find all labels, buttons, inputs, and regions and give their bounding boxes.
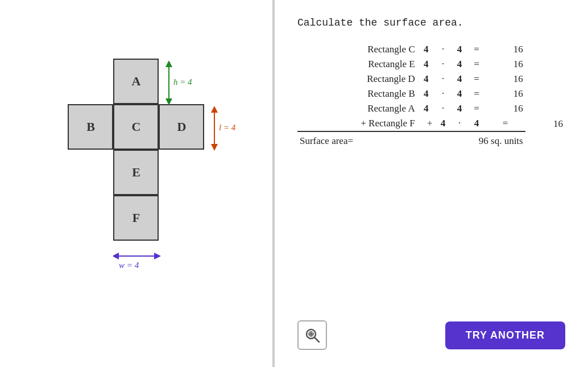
table-row: + Rectangle F + 4 · 4 = 16 (297, 116, 565, 131)
rect-a: A (113, 59, 159, 104)
rect-e-label: Rectangle E (297, 57, 417, 72)
surface-area-value: 96 sq. units (417, 131, 525, 149)
rect-c-label: C (132, 119, 141, 134)
svg-text:w = 4: w = 4 (119, 261, 139, 270)
instruction-text: Calculate the surface area. (297, 17, 565, 28)
zoom-icon (304, 327, 321, 344)
svg-text:l = 4: l = 4 (219, 123, 236, 132)
rect-e-label: E (132, 165, 140, 180)
table-row: Rectangle D 4 · 4 = 16 (297, 72, 565, 86)
rect-d: D (159, 104, 204, 150)
right-panel: Calculate the surface area. Rectangle C … (274, 0, 588, 367)
rect-d-label: D (177, 119, 187, 134)
h-arrow: h = 4 (163, 61, 209, 106)
table-row: Rectangle C 4 · 4 = 16 (297, 42, 565, 57)
zoom-button[interactable] (297, 320, 327, 350)
cross-net: A B C D E F (68, 59, 204, 286)
rect-f-label: F (132, 211, 140, 225)
w-arrow: w = 4 (113, 248, 161, 276)
rect-e: E (113, 150, 159, 195)
svg-line-7 (314, 337, 319, 342)
calculation-table: Rectangle C 4 · 4 = 16 Rectangle E 4 · 4… (297, 42, 565, 149)
table-row: Rectangle A 4 · 4 = 16 (297, 101, 565, 116)
surface-area-label: Surface area= (297, 131, 417, 149)
l-arrow: l = 4 (209, 106, 260, 152)
surface-area-row: Surface area= 96 sq. units (297, 131, 565, 149)
rect-c-val1: 4 (417, 42, 435, 57)
rect-c-label: Rectangle C (297, 42, 417, 57)
diagram-container: A B C D E F (34, 24, 238, 343)
table-row: Rectangle B 4 · 4 = 16 (297, 86, 565, 101)
rect-c: C (113, 104, 159, 150)
try-another-button[interactable]: TRY ANOTHER (445, 321, 565, 349)
svg-text:h = 4: h = 4 (173, 77, 192, 86)
left-panel: A B C D E F (0, 0, 272, 367)
rect-b-label: B (86, 119, 95, 134)
rect-f: F (113, 195, 159, 241)
table-row: Rectangle E 4 · 4 = 16 (297, 57, 565, 72)
bottom-bar: TRY ANOTHER (297, 315, 565, 350)
rect-a-label: A (132, 74, 141, 89)
rect-c-val2: 4 (452, 42, 468, 57)
rect-c-result: 16 (485, 42, 525, 57)
rect-b: B (68, 104, 113, 150)
